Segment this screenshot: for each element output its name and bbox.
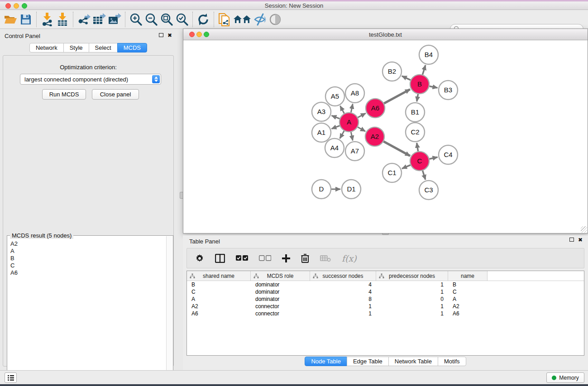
close-panel-button[interactable]: Close panel (92, 89, 139, 100)
run-mcds-button[interactable]: Run MCDS (42, 89, 86, 100)
graph-node-C2[interactable]: C2 (406, 123, 425, 142)
network-graph[interactable]: B4B2BB3A8A5A6A3B1AA1C2A2A4A7C4CC1C3DD1 (183, 41, 588, 234)
cell-shared-name[interactable]: A6 (187, 310, 251, 317)
graph-node-A5[interactable]: A5 (325, 87, 344, 106)
result-item[interactable]: A (10, 248, 166, 255)
tab-motifs[interactable]: Motifs (438, 357, 466, 366)
result-item[interactable]: C (10, 262, 166, 269)
refresh-icon[interactable] (196, 12, 211, 27)
cell-MCDS-role[interactable]: dominator (251, 281, 310, 288)
export-image-icon[interactable] (107, 12, 122, 27)
edge-C-C1[interactable] (402, 165, 411, 169)
float-panel-icon[interactable] (159, 33, 163, 37)
graph-node-B1[interactable]: B1 (406, 103, 425, 122)
graph-node-A4[interactable]: A4 (325, 138, 344, 157)
network-canvas[interactable]: B4B2BB3A8A5A6A3B1AA1C2A2A4A7C4CC1C3DD1 (183, 41, 588, 233)
tab-node-table[interactable]: Node Table (305, 357, 347, 366)
table-row[interactable]: Adominator80A (187, 295, 584, 303)
cell-shared-name[interactable]: C (187, 289, 251, 295)
cell-predecessor-nodes[interactable]: 1 (376, 281, 448, 288)
table-row[interactable]: A2connector11A2 (187, 303, 584, 310)
column-header-name[interactable]: name (448, 271, 488, 281)
cell-MCDS-role[interactable]: dominator (251, 296, 310, 302)
criterion-dropdown[interactable]: largest connected component (directed) (20, 74, 161, 85)
open-session-icon[interactable] (3, 12, 18, 27)
close-panel-icon[interactable]: ✖ (578, 238, 583, 242)
graph-node-C1[interactable]: C1 (382, 163, 402, 182)
cell-name[interactable]: A6 (448, 310, 488, 317)
result-item[interactable]: B (10, 255, 166, 262)
delete-column-icon[interactable] (301, 254, 309, 263)
cell-shared-name[interactable]: A (187, 296, 251, 302)
window-resize-grip[interactable] (581, 226, 587, 233)
graph-node-B[interactable]: B (410, 75, 429, 94)
edge-B-B1[interactable] (417, 94, 418, 102)
edge-A2-C[interactable] (383, 142, 410, 156)
cell-predecessor-nodes[interactable]: 1 (376, 310, 448, 317)
cell-predecessor-nodes[interactable]: 0 (376, 296, 448, 302)
mcds-result-list[interactable]: A2ABCA6 (8, 238, 166, 386)
tab-edge-table[interactable]: Edge Table (347, 357, 389, 366)
edge-B-B2[interactable] (402, 76, 411, 80)
cell-successor-nodes[interactable]: 1 (310, 303, 376, 310)
column-header-predecessor-nodes[interactable]: predecessor nodes (376, 271, 448, 281)
result-scrollbar[interactable] (166, 236, 172, 386)
edge-A-A3[interactable] (331, 115, 339, 119)
cell-shared-name[interactable]: A2 (187, 303, 251, 310)
table-row[interactable]: Bdominator41B (187, 281, 584, 288)
edge-A-A6[interactable] (358, 113, 365, 117)
graph-node-A7[interactable]: A7 (345, 142, 364, 161)
graph-node-A1[interactable]: A1 (312, 123, 331, 142)
edge-A-A1[interactable] (331, 126, 339, 129)
graph-node-C3[interactable]: C3 (419, 181, 438, 200)
zoom-selected-icon[interactable] (174, 12, 190, 27)
graph-node-A6[interactable]: A6 (366, 99, 385, 118)
cell-name[interactable]: A2 (448, 303, 488, 310)
tab-select[interactable]: Select (89, 43, 118, 52)
table-row[interactable]: A6connector11A6 (187, 310, 584, 317)
edge-A-A2[interactable] (358, 127, 365, 131)
add-column-icon[interactable] (282, 254, 290, 262)
edge-A-A7[interactable] (351, 132, 353, 141)
show-panel-icon[interactable] (268, 12, 283, 27)
edge-C-C2[interactable] (417, 143, 418, 152)
deselect-all-icon[interactable] (259, 255, 271, 261)
home-views-icon[interactable] (232, 12, 252, 27)
graph-node-D[interactable]: D (312, 180, 331, 199)
edge-A6-B[interactable] (384, 89, 410, 103)
tab-style[interactable]: Style (63, 43, 89, 52)
task-history-button[interactable] (5, 372, 17, 383)
zoom-out-icon[interactable] (143, 12, 159, 27)
column-header-MCDS-role[interactable]: MCDS role (251, 271, 310, 281)
result-item[interactable]: A6 (10, 269, 166, 276)
memory-button[interactable]: Memory (546, 372, 584, 383)
graph-node-D1[interactable]: D1 (342, 180, 361, 199)
tab-mcds[interactable]: MCDS (117, 43, 147, 52)
import-network-icon[interactable] (39, 12, 55, 27)
cell-predecessor-nodes[interactable]: 1 (376, 289, 448, 295)
cell-successor-nodes[interactable]: 4 (310, 281, 376, 288)
export-table-icon[interactable] (91, 12, 107, 27)
graph-node-B3[interactable]: B3 (439, 81, 458, 100)
show-column-icon[interactable] (215, 254, 225, 263)
hide-panel-icon[interactable] (252, 12, 268, 27)
network-snapshot-icon[interactable] (217, 12, 232, 27)
cell-predecessor-nodes[interactable]: 1 (376, 303, 448, 310)
edge-A-A4[interactable] (340, 131, 344, 138)
cell-MCDS-role[interactable]: connector (251, 310, 310, 317)
delete-table-icon[interactable] (320, 255, 331, 262)
close-panel-icon[interactable]: ✖ (167, 33, 172, 38)
cell-successor-nodes[interactable]: 4 (310, 289, 376, 295)
graph-node-C[interactable]: C (410, 152, 429, 171)
graph-node-A3[interactable]: A3 (312, 102, 331, 121)
cell-MCDS-role[interactable]: dominator (251, 289, 310, 295)
node-table[interactable]: shared nameMCDS rolesuccessor nodesprede… (186, 271, 584, 356)
export-network-icon[interactable] (76, 12, 91, 27)
graph-node-C4[interactable]: C4 (439, 145, 458, 164)
edge-C-C3[interactable] (423, 171, 425, 180)
tab-network[interactable]: Network (29, 43, 64, 52)
cell-name[interactable]: B (448, 281, 488, 288)
graph-node-B2[interactable]: B2 (382, 62, 402, 81)
tab-network-table[interactable]: Network Table (388, 357, 438, 366)
settings-gear-icon[interactable] (195, 254, 204, 263)
